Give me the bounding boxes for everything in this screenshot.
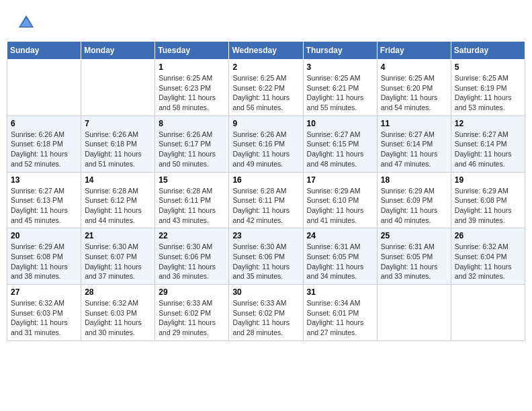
- calendar-cell: 19Sunrise: 6:29 AMSunset: 6:08 PMDayligh…: [451, 172, 525, 228]
- day-number: 20: [11, 231, 77, 240]
- day-info: Sunrise: 6:29 AMSunset: 6:08 PMDaylight:…: [455, 187, 512, 224]
- calendar-cell: 26Sunrise: 6:32 AMSunset: 6:04 PMDayligh…: [451, 228, 525, 285]
- calendar-cell: 12Sunrise: 6:27 AMSunset: 6:14 PMDayligh…: [451, 116, 525, 172]
- calendar-cell: 22Sunrise: 6:30 AMSunset: 6:06 PMDayligh…: [155, 228, 229, 285]
- day-number: 28: [85, 287, 151, 297]
- calendar-cell: 1Sunrise: 6:25 AMSunset: 6:23 PMDaylight…: [155, 60, 229, 116]
- day-info: Sunrise: 6:25 AMSunset: 6:21 PMDaylight:…: [307, 74, 364, 111]
- calendar-cell: 8Sunrise: 6:26 AMSunset: 6:17 PMDaylight…: [155, 116, 229, 172]
- calendar-header-row: SundayMondayTuesdayWednesdayThursdayFrid…: [7, 42, 525, 60]
- calendar-cell: 7Sunrise: 6:26 AMSunset: 6:18 PMDaylight…: [81, 116, 155, 172]
- day-info: Sunrise: 6:26 AMSunset: 6:18 PMDaylight:…: [85, 130, 142, 168]
- calendar-cell: 6Sunrise: 6:26 AMSunset: 6:18 PMDaylight…: [7, 116, 81, 172]
- day-info: Sunrise: 6:32 AMSunset: 6:03 PMDaylight:…: [11, 299, 68, 336]
- day-info: Sunrise: 6:26 AMSunset: 6:18 PMDaylight:…: [11, 130, 68, 168]
- day-info: Sunrise: 6:26 AMSunset: 6:17 PMDaylight:…: [159, 130, 216, 168]
- day-info: Sunrise: 6:27 AMSunset: 6:13 PMDaylight:…: [11, 187, 68, 224]
- day-number: 10: [307, 119, 373, 128]
- page-header: [7, 7, 525, 36]
- calendar-cell: 18Sunrise: 6:29 AMSunset: 6:09 PMDayligh…: [377, 172, 451, 228]
- day-number: 13: [11, 175, 77, 185]
- day-number: 3: [307, 62, 373, 72]
- day-number: 8: [159, 119, 225, 128]
- day-info: Sunrise: 6:25 AMSunset: 6:20 PMDaylight:…: [381, 74, 438, 111]
- logo: [17, 13, 38, 32]
- calendar-week-3: 13Sunrise: 6:27 AMSunset: 6:13 PMDayligh…: [7, 172, 525, 228]
- column-header-wednesday: Wednesday: [229, 42, 303, 60]
- calendar-cell: 13Sunrise: 6:27 AMSunset: 6:13 PMDayligh…: [7, 172, 81, 228]
- calendar-cell: 10Sunrise: 6:27 AMSunset: 6:15 PMDayligh…: [303, 116, 377, 172]
- day-info: Sunrise: 6:29 AMSunset: 6:08 PMDaylight:…: [11, 242, 68, 280]
- day-number: 21: [85, 231, 151, 240]
- day-info: Sunrise: 6:25 AMSunset: 6:23 PMDaylight:…: [159, 74, 216, 111]
- calendar-cell: [7, 60, 81, 116]
- day-number: 29: [159, 287, 225, 297]
- day-number: 14: [85, 175, 151, 185]
- day-number: 9: [232, 119, 299, 128]
- calendar-cell: 15Sunrise: 6:28 AMSunset: 6:11 PMDayligh…: [155, 172, 229, 228]
- calendar-cell: 11Sunrise: 6:27 AMSunset: 6:14 PMDayligh…: [377, 116, 451, 172]
- calendar-cell: 28Sunrise: 6:32 AMSunset: 6:03 PMDayligh…: [81, 285, 155, 341]
- day-number: 15: [159, 175, 225, 185]
- day-number: 16: [232, 175, 299, 185]
- calendar-cell: 3Sunrise: 6:25 AMSunset: 6:21 PMDaylight…: [303, 60, 377, 116]
- calendar-cell: 2Sunrise: 6:25 AMSunset: 6:22 PMDaylight…: [229, 60, 303, 116]
- calendar-cell: 20Sunrise: 6:29 AMSunset: 6:08 PMDayligh…: [7, 228, 81, 285]
- column-header-friday: Friday: [377, 42, 451, 60]
- day-info: Sunrise: 6:31 AMSunset: 6:05 PMDaylight:…: [307, 242, 364, 280]
- day-number: 31: [307, 287, 373, 297]
- day-number: 26: [455, 231, 521, 240]
- logo-icon: [17, 13, 36, 32]
- day-info: Sunrise: 6:34 AMSunset: 6:01 PMDaylight:…: [307, 299, 364, 336]
- day-info: Sunrise: 6:30 AMSunset: 6:07 PMDaylight:…: [85, 242, 142, 280]
- calendar-table: SundayMondayTuesdayWednesdayThursdayFrid…: [7, 41, 525, 341]
- calendar-cell: [377, 285, 451, 341]
- calendar-cell: 30Sunrise: 6:33 AMSunset: 6:02 PMDayligh…: [229, 285, 303, 341]
- calendar-cell: 16Sunrise: 6:28 AMSunset: 6:11 PMDayligh…: [229, 172, 303, 228]
- calendar-week-2: 6Sunrise: 6:26 AMSunset: 6:18 PMDaylight…: [7, 116, 525, 172]
- calendar-cell: 23Sunrise: 6:30 AMSunset: 6:06 PMDayligh…: [229, 228, 303, 285]
- column-header-monday: Monday: [81, 42, 155, 60]
- day-number: 11: [381, 119, 447, 128]
- day-number: 19: [455, 175, 521, 185]
- calendar-week-4: 20Sunrise: 6:29 AMSunset: 6:08 PMDayligh…: [7, 228, 525, 285]
- day-info: Sunrise: 6:33 AMSunset: 6:02 PMDaylight:…: [232, 299, 290, 336]
- calendar-cell: 9Sunrise: 6:26 AMSunset: 6:16 PMDaylight…: [229, 116, 303, 172]
- day-number: 17: [307, 175, 373, 185]
- calendar-cell: 4Sunrise: 6:25 AMSunset: 6:20 PMDaylight…: [377, 60, 451, 116]
- day-info: Sunrise: 6:32 AMSunset: 6:03 PMDaylight:…: [85, 299, 142, 336]
- calendar-week-5: 27Sunrise: 6:32 AMSunset: 6:03 PMDayligh…: [7, 285, 525, 341]
- column-header-tuesday: Tuesday: [155, 42, 229, 60]
- calendar-cell: 31Sunrise: 6:34 AMSunset: 6:01 PMDayligh…: [303, 285, 377, 341]
- calendar-cell: 25Sunrise: 6:31 AMSunset: 6:05 PMDayligh…: [377, 228, 451, 285]
- day-number: 7: [85, 119, 151, 128]
- day-number: 6: [11, 119, 77, 128]
- calendar-cell: 24Sunrise: 6:31 AMSunset: 6:05 PMDayligh…: [303, 228, 377, 285]
- day-info: Sunrise: 6:30 AMSunset: 6:06 PMDaylight:…: [232, 242, 290, 280]
- day-info: Sunrise: 6:30 AMSunset: 6:06 PMDaylight:…: [159, 242, 216, 280]
- day-number: 22: [159, 231, 225, 240]
- day-info: Sunrise: 6:31 AMSunset: 6:05 PMDaylight:…: [381, 242, 438, 280]
- day-info: Sunrise: 6:28 AMSunset: 6:11 PMDaylight:…: [159, 187, 216, 224]
- day-number: 5: [455, 62, 521, 72]
- day-info: Sunrise: 6:33 AMSunset: 6:02 PMDaylight:…: [159, 299, 216, 336]
- day-number: 12: [455, 119, 521, 128]
- day-info: Sunrise: 6:25 AMSunset: 6:22 PMDaylight:…: [232, 74, 290, 111]
- day-info: Sunrise: 6:28 AMSunset: 6:11 PMDaylight:…: [232, 187, 290, 224]
- day-number: 24: [307, 231, 373, 240]
- calendar-cell: 5Sunrise: 6:25 AMSunset: 6:19 PMDaylight…: [451, 60, 525, 116]
- calendar-cell: 17Sunrise: 6:29 AMSunset: 6:10 PMDayligh…: [303, 172, 377, 228]
- day-number: 2: [232, 62, 299, 72]
- day-number: 30: [232, 287, 299, 297]
- day-info: Sunrise: 6:29 AMSunset: 6:10 PMDaylight:…: [307, 187, 364, 224]
- day-info: Sunrise: 6:28 AMSunset: 6:12 PMDaylight:…: [85, 187, 142, 224]
- day-info: Sunrise: 6:27 AMSunset: 6:15 PMDaylight:…: [307, 130, 364, 168]
- day-number: 18: [381, 175, 447, 185]
- day-number: 4: [381, 62, 447, 72]
- day-info: Sunrise: 6:25 AMSunset: 6:19 PMDaylight:…: [455, 74, 512, 111]
- day-info: Sunrise: 6:32 AMSunset: 6:04 PMDaylight:…: [455, 242, 512, 280]
- calendar-cell: 29Sunrise: 6:33 AMSunset: 6:02 PMDayligh…: [155, 285, 229, 341]
- day-info: Sunrise: 6:27 AMSunset: 6:14 PMDaylight:…: [455, 130, 512, 168]
- calendar-cell: 27Sunrise: 6:32 AMSunset: 6:03 PMDayligh…: [7, 285, 81, 341]
- day-info: Sunrise: 6:29 AMSunset: 6:09 PMDaylight:…: [381, 187, 438, 224]
